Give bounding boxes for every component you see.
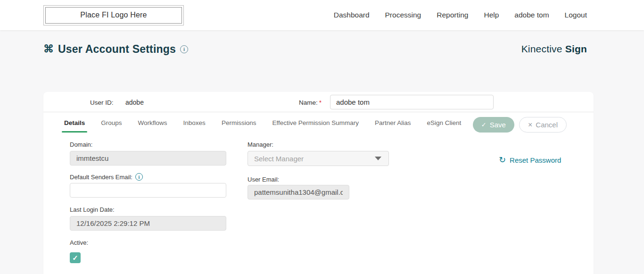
- check-icon: ✓: [481, 121, 487, 128]
- brand-bold: Sign: [565, 43, 587, 54]
- nav-dashboard[interactable]: Dashboard: [334, 11, 370, 19]
- brand-logo: Kinective Sign: [521, 43, 587, 55]
- required-asterisk: *: [319, 99, 322, 106]
- manager-label: Manager:: [248, 141, 273, 148]
- reset-password-label: Reset Password: [510, 156, 561, 164]
- close-icon: ×: [528, 121, 532, 129]
- default-senders-email-info-icon[interactable]: i: [135, 173, 143, 181]
- save-button[interactable]: ✓ Save: [473, 117, 514, 133]
- checkmark-icon: ✓: [72, 254, 78, 262]
- manager-select[interactable]: Select Manager: [248, 151, 389, 166]
- manager-select-placeholder: Select Manager: [254, 155, 304, 163]
- tabs-row: Details Groups Workflows Inboxes Permiss…: [43, 112, 594, 134]
- fi-logo-placeholder: Place FI Logo Here: [43, 5, 184, 25]
- active-checkbox[interactable]: ✓: [70, 252, 81, 263]
- cancel-button[interactable]: × Cancel: [519, 117, 567, 133]
- default-senders-email-label: Default Senders Email: i: [70, 173, 143, 181]
- reset-password-link[interactable]: ↻ Reset Password: [499, 156, 561, 164]
- user-id-value: adobe: [125, 99, 144, 106]
- fi-logo-text: Place FI Logo Here: [80, 11, 147, 19]
- user-settings-card: User ID: adobe Name:* Details Groups Wor…: [43, 92, 594, 274]
- command-icon: ⌘: [43, 44, 54, 54]
- chevron-down-icon: [375, 157, 381, 160]
- last-login-date-input: [70, 216, 226, 231]
- page-header: ⌘ User Account Settings i Kinective Sign: [0, 30, 644, 56]
- tab-esign-client[interactable]: eSign Client: [419, 113, 470, 133]
- tab-details[interactable]: Details: [56, 113, 93, 133]
- tab-permissions[interactable]: Permissions: [214, 113, 264, 133]
- nav-processing[interactable]: Processing: [385, 11, 421, 19]
- brand-primary: Kinective: [521, 43, 562, 54]
- tab-partner-alias[interactable]: Partner Alias: [367, 113, 419, 133]
- nav-current-user[interactable]: adobe tom: [514, 11, 549, 19]
- nav-logout[interactable]: Logout: [565, 11, 587, 19]
- user-id-label: User ID:: [90, 99, 114, 106]
- active-label: Active:: [70, 239, 88, 246]
- user-email-label: User Email:: [248, 176, 279, 183]
- tab-inboxes[interactable]: Inboxes: [175, 113, 214, 133]
- card-top-row: User ID: adobe Name:*: [43, 92, 594, 112]
- tab-effective-permission-summary[interactable]: Effective Permission Summary: [264, 113, 367, 133]
- user-email-input: [248, 185, 349, 199]
- nav-help[interactable]: Help: [484, 11, 499, 19]
- domain-label: Domain:: [70, 141, 92, 148]
- tab-groups[interactable]: Groups: [93, 113, 130, 133]
- details-form: Domain: Manager: Select Manager ↻ Reset …: [43, 134, 594, 274]
- topbar: Place FI Logo Here Dashboard Processing …: [0, 0, 644, 30]
- name-label: Name:*: [299, 99, 322, 106]
- nav-reporting[interactable]: Reporting: [437, 11, 468, 19]
- tab-workflows[interactable]: Workflows: [130, 113, 175, 133]
- last-login-date-label: Last Login Date:: [70, 206, 115, 213]
- name-input[interactable]: [330, 95, 494, 109]
- page-title: User Account Settings: [58, 43, 176, 56]
- form-actions: ✓ Save × Cancel: [473, 117, 567, 133]
- title-info-icon[interactable]: i: [180, 45, 188, 53]
- title-wrap: ⌘ User Account Settings i: [43, 43, 188, 56]
- default-senders-email-input[interactable]: [70, 183, 226, 198]
- reset-icon: ↻: [499, 156, 506, 164]
- main-nav: Dashboard Processing Reporting Help adob…: [334, 11, 587, 19]
- domain-input: [70, 151, 226, 166]
